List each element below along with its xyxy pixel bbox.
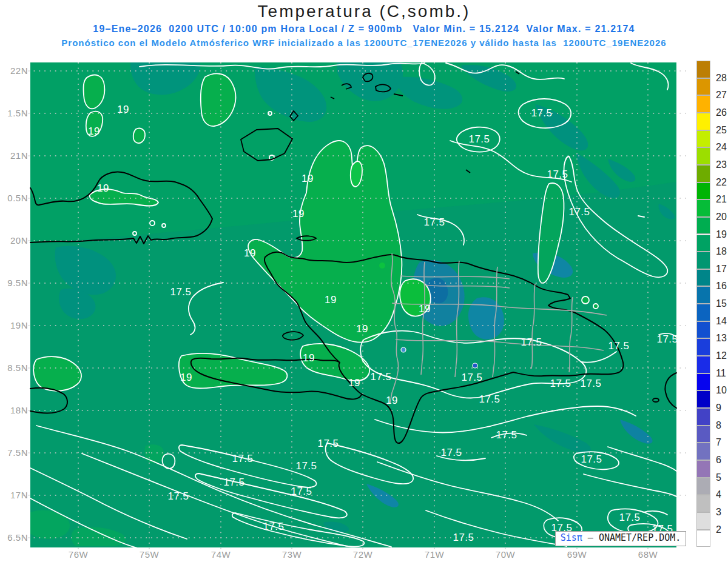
colorbar-tick-label: 13 — [716, 333, 727, 344]
colorbar-block — [696, 95, 710, 113]
contour-label: 17.5 — [223, 477, 244, 488]
colorbar-block — [696, 217, 710, 235]
contour-label: 17.5 — [479, 393, 500, 405]
contour-label: 17.5 — [263, 521, 284, 532]
longitude-tick-label: 69W — [559, 549, 595, 560]
colorbar-block — [696, 304, 710, 321]
colorbar-block — [696, 321, 710, 339]
colorbar-tick-label: 24 — [716, 142, 727, 153]
contour-label: 17.5 — [581, 453, 602, 465]
colorbar-block — [696, 78, 710, 96]
colorbar-tick-label: 20 — [716, 212, 727, 222]
latitude-tick-label: 8.5N — [0, 363, 28, 373]
colorbar-tick-label: 16 — [716, 281, 727, 292]
colorbar-block — [696, 373, 710, 391]
contour-label: 17.5 — [468, 133, 490, 145]
longitude-tick-label: 68W — [630, 549, 666, 560]
contour-label: 19 — [292, 208, 305, 219]
contour-label: 19 — [303, 352, 315, 364]
colorbar-block — [696, 269, 710, 287]
colorbar-tick-label: 5 — [716, 472, 721, 483]
latitude-tick-label: 1.5N — [0, 108, 28, 118]
longitude-tick-label: 75W — [131, 549, 167, 560]
longitude-tick-label: 76W — [60, 549, 96, 560]
colorbar-tick-label: 25 — [716, 125, 727, 136]
longitude-tick-label: 70W — [487, 549, 524, 560]
colorbar-block — [696, 61, 710, 78]
contour-label: 19 — [117, 104, 129, 115]
contour-label: 17.5 — [295, 460, 317, 472]
watermark-separator: – — [582, 532, 599, 543]
colorbar-tick-label: 14 — [716, 316, 727, 327]
contour-label: 19 — [180, 372, 192, 383]
contour-label: 17.5 — [496, 429, 517, 441]
contour-label: 17.5 — [167, 490, 189, 502]
colorbar-tick-label: 19 — [716, 229, 727, 240]
contour-label: 19 — [244, 247, 256, 259]
contour-label: 17.5 — [547, 169, 568, 180]
colorbar-tick-label: 10 — [716, 385, 727, 396]
colorbar-tick-label: 18 — [716, 246, 727, 257]
latitude-tick-label: 0.5N — [0, 193, 28, 203]
contour-label: 17.5 — [440, 447, 462, 458]
contour-label: 17.5 — [521, 336, 542, 348]
contour-label: 17.5 — [232, 453, 253, 464]
colorbar-tick-label: 15 — [716, 298, 727, 309]
colorbar-block — [696, 286, 710, 304]
contour-label: 17.5 — [291, 486, 312, 497]
colorbar-tick-label: 26 — [716, 107, 727, 118]
contour-label: 17.5 — [580, 378, 601, 389]
colorbar-block — [696, 235, 710, 252]
contour-label: 17.5 — [619, 512, 640, 523]
colorbar-block — [696, 390, 710, 408]
contour-label: 19 — [88, 125, 100, 137]
map-canvas: 1919191919191919191919191917.517.517.517… — [0, 0, 728, 562]
colorbar-block — [696, 408, 710, 426]
colorbar-block — [696, 252, 710, 269]
contour-label: 17.5 — [461, 372, 482, 383]
contour-label: 19 — [325, 294, 337, 306]
colorbar-tick-label: 23 — [716, 159, 727, 170]
latitude-tick-label: 9.5N — [0, 278, 28, 288]
latitude-tick-label: 7.5N — [0, 447, 28, 458]
contour-label: 17.5 — [170, 286, 191, 298]
colorbar-block — [696, 165, 710, 182]
colorbar-block — [696, 182, 710, 200]
colorbar-tick-label: 4 — [716, 489, 721, 500]
colorbar-block — [696, 147, 710, 165]
contour-label: 17.5 — [568, 206, 590, 218]
colorbar-tick-label: 6 — [716, 455, 721, 466]
colorbar-tick-label: 2 — [716, 524, 721, 535]
colorbar-tick-label: 17 — [716, 264, 727, 275]
longitude-tick-label: 74W — [203, 549, 239, 560]
latitude-tick-label: 17N — [0, 490, 28, 500]
longitude-tick-label: 71W — [416, 549, 453, 560]
colorbar-block — [696, 443, 710, 460]
colorbar-block — [696, 478, 710, 495]
contour-label: 19 — [386, 395, 398, 406]
colorbar-tick-label: 7 — [716, 437, 721, 448]
colorbar-block — [696, 495, 710, 512]
contour-label: 19 — [302, 173, 314, 184]
colorbar-block — [696, 512, 710, 530]
contour-label: 17.5 — [423, 216, 445, 228]
colorbar-tick-label: 12 — [716, 350, 727, 361]
colorbar-block — [696, 338, 710, 356]
weather-map-figure: Temperatura (C,somb.) 19–Ene–2026 0200 U… — [0, 0, 728, 562]
colorbar-block — [696, 530, 710, 547]
colorbar-tick-label: 11 — [716, 368, 726, 379]
colorbar-tick-label: 27 — [716, 90, 727, 101]
watermark-brand: Sisπ — [561, 532, 582, 543]
contour-label: 17.5 — [531, 107, 552, 119]
colorbar-block — [696, 426, 710, 443]
colorbar-tick-label: 21 — [716, 194, 727, 205]
colorbar-block — [696, 113, 710, 130]
contour-label: 19 — [97, 182, 109, 194]
latitude-tick-label: 19N — [0, 320, 28, 330]
contour-label: 19 — [356, 323, 368, 335]
contour-label: 19 — [419, 303, 431, 315]
colorbar-block — [696, 199, 710, 217]
latitude-tick-label: 20N — [0, 235, 28, 246]
colorbar-tick-label: 28 — [716, 73, 727, 84]
latitude-tick-label: 18N — [0, 405, 28, 415]
